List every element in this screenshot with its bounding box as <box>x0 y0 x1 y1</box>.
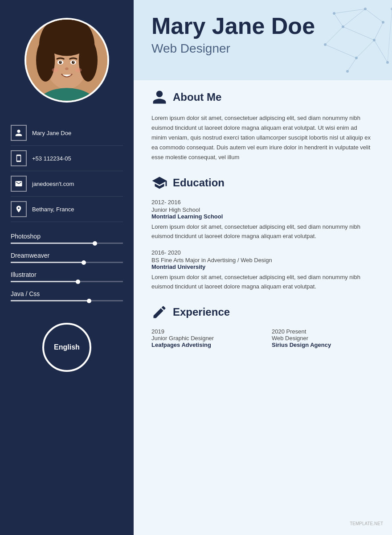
experience-col-1: 2020 Present Web Designer Sirius Design … <box>272 328 374 348</box>
main-content: Mary Jane Doe Web Designer <box>134 0 392 535</box>
edu-year-1: 2016- 2020 <box>151 249 374 256</box>
about-section-header: About Me <box>151 89 374 107</box>
skill-photoshop-fill <box>11 243 95 244</box>
person-icon <box>15 129 23 137</box>
skill-illustrator-label: Illustrator <box>11 271 123 278</box>
about-title: About Me <box>173 91 221 103</box>
about-text: Lorem ipsum dolor sit amet, consectetuer… <box>151 113 374 162</box>
experience-icon <box>151 304 167 320</box>
content-area: About Me Lorem ipsum dolor sit amet, con… <box>134 80 392 535</box>
avatar <box>24 18 109 103</box>
edu-school-1: Montriad University <box>151 263 374 270</box>
contact-name: Mary Jane Doe <box>32 130 71 136</box>
skill-java-css-bar <box>11 300 123 301</box>
svg-point-14 <box>65 67 69 70</box>
education-item-1: 2016- 2020 BS Fine Arts Major in Adverti… <box>151 249 374 292</box>
education-section: Education 2012- 2016 Junior High School … <box>151 175 374 291</box>
edu-degree-1: BS Fine Arts Major in Advertising / Web … <box>151 257 374 263</box>
skill-photoshop-bar <box>11 243 123 244</box>
skills-section: Photoshop Dreamweaver Illustrator <box>0 222 134 309</box>
edu-year-0: 2012- 2016 <box>151 199 374 206</box>
svg-point-10 <box>59 61 62 64</box>
skill-java-css-label: Java / Css <box>11 290 123 297</box>
email-icon <box>15 180 23 188</box>
skill-dreamweaver-label: Dreamweaver <box>11 252 123 259</box>
header: Mary Jane Doe Web Designer <box>134 0 392 80</box>
email-icon-box <box>11 176 27 192</box>
header-name: Mary Jane Doe <box>151 13 374 39</box>
experience-section-header: Experience <box>151 304 374 322</box>
about-icon <box>151 89 167 105</box>
contact-email: janedoesn't.com <box>32 181 74 187</box>
about-section: About Me Lorem ipsum dolor sit amet, con… <box>151 89 374 162</box>
education-icon <box>151 175 167 191</box>
svg-point-5 <box>79 39 98 82</box>
education-item-0: 2012- 2016 Junior High School Montriad L… <box>151 199 374 241</box>
header-title: Web Designer <box>151 41 374 56</box>
contact-info: Mary Jane Doe +53 112234-05 janedoesn't.… <box>0 120 134 222</box>
skill-dreamweaver-bar <box>11 262 123 263</box>
contact-phone: +53 112234-05 <box>32 155 71 162</box>
experience-col-0: 2019 Junior Graphic Designer Leafpages A… <box>151 328 254 348</box>
svg-point-12 <box>61 62 61 62</box>
experience-section: Experience 2019 Junior Graphic Designer … <box>151 304 374 348</box>
exp-company-0: Leafpages Advetising <box>151 342 254 348</box>
skill-illustrator-bar <box>11 281 123 282</box>
location-icon-box <box>11 201 27 217</box>
skill-java-css-dot <box>87 299 91 303</box>
svg-point-11 <box>72 61 75 64</box>
skill-java-css: Java / Css <box>11 290 123 301</box>
experience-row: 2019 Junior Graphic Designer Leafpages A… <box>151 328 374 348</box>
skill-dreamweaver: Dreamweaver <box>11 252 123 263</box>
education-section-header: Education <box>151 175 374 193</box>
location-icon <box>15 205 23 213</box>
skill-illustrator: Illustrator <box>11 271 123 282</box>
avatar-image <box>26 20 107 101</box>
network-decoration <box>258 0 392 80</box>
svg-line-34 <box>347 58 356 71</box>
education-title: Education <box>173 177 225 189</box>
watermark: TEMPLATE.NET <box>350 521 383 526</box>
person-icon-box <box>11 125 27 141</box>
svg-point-16 <box>75 68 82 72</box>
svg-point-13 <box>73 62 74 62</box>
contact-name-item: Mary Jane Doe <box>11 120 123 146</box>
contact-phone-item: +53 112234-05 <box>11 146 123 171</box>
exp-year-1: 2020 Present <box>272 328 374 335</box>
exp-year-0: 2019 <box>151 328 254 335</box>
language-circle: English <box>42 323 91 372</box>
exp-role-0: Junior Graphic Designer <box>151 335 254 342</box>
exp-company-1: Sirius Design Agency <box>272 342 374 348</box>
avatar-area <box>0 0 134 116</box>
contact-location: Bethany, France <box>32 206 74 213</box>
phone-icon <box>15 154 23 162</box>
experience-title: Experience <box>173 306 230 318</box>
svg-line-33 <box>374 40 388 62</box>
edu-school-0: Montriad Learning School <box>151 213 374 220</box>
edu-desc-0: Lorem ipsum dolor sit amet, consectetuer… <box>151 222 374 241</box>
phone-icon-box <box>11 150 27 166</box>
language-section: English <box>42 323 91 372</box>
sidebar: Mary Jane Doe +53 112234-05 janedoesn't.… <box>0 0 134 535</box>
language-label: English <box>54 343 80 351</box>
skill-photoshop-label: Photoshop <box>11 233 123 240</box>
edu-degree-0: Junior High School <box>151 206 374 213</box>
skill-illustrator-fill <box>11 281 78 282</box>
exp-role-1: Web Designer <box>272 335 374 342</box>
skill-photoshop: Photoshop <box>11 233 123 244</box>
skill-photoshop-dot <box>93 241 97 246</box>
contact-email-item: janedoesn't.com <box>11 171 123 197</box>
svg-line-38 <box>388 9 392 62</box>
svg-point-15 <box>52 68 58 72</box>
skill-dreamweaver-dot <box>82 260 86 265</box>
skill-dreamweaver-fill <box>11 262 84 263</box>
svg-point-4 <box>36 39 55 82</box>
skill-java-css-fill <box>11 300 89 301</box>
svg-line-29 <box>374 22 383 40</box>
skill-illustrator-dot <box>76 280 80 284</box>
edu-desc-1: Lorem ipsum dolor sit amet, consectetuer… <box>151 273 374 292</box>
contact-location-item: Bethany, France <box>11 197 123 222</box>
